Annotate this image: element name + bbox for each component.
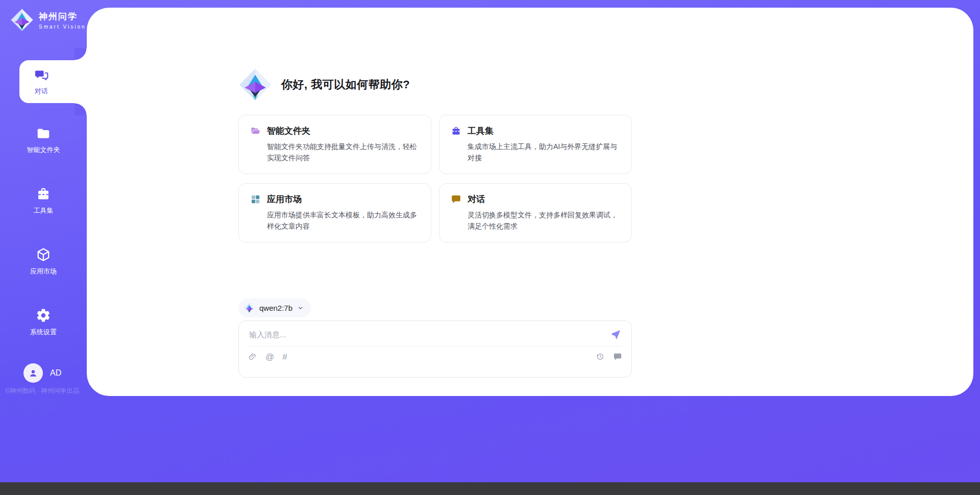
brand-text: 神州问学 Smart Vision	[39, 11, 86, 30]
message-input[interactable]	[249, 330, 610, 339]
tab-curve-top	[75, 48, 87, 60]
toolbox-icon	[36, 186, 51, 202]
composer-toolbar: @ #	[239, 346, 631, 367]
card-toolset[interactable]: 工具集 集成市场上主流工具，助力AI与外界无缝扩展与对接	[439, 115, 632, 174]
chat-bubbles-icon	[34, 68, 49, 83]
main-panel: 你好, 我可以如何帮助你? 智能文件夹 智能文件夹功能支持批量文件上传与清洗，轻…	[87, 8, 973, 396]
feature-cards: 智能文件夹 智能文件夹功能支持批量文件上传与清洗，轻松实现文件问答 工具集 集成…	[238, 115, 632, 242]
history-icon[interactable]	[596, 352, 605, 361]
brand-gem-icon	[10, 8, 34, 32]
card-smart-folder[interactable]: 智能文件夹 智能文件夹功能支持批量文件上传与清洗，轻松实现文件问答	[238, 115, 431, 174]
sidebar-item-label: 工具集	[34, 206, 54, 215]
sidebar-item-toolset[interactable]: 工具集	[0, 186, 87, 215]
open-folder-icon	[250, 126, 261, 136]
send-icon[interactable]	[610, 329, 621, 340]
greeting-gem-icon	[238, 68, 272, 102]
card-title: 工具集	[468, 125, 494, 137]
grid-icon	[250, 194, 261, 205]
sidebar-item-label: 系统设置	[30, 328, 57, 337]
sidebar-item-label: 智能文件夹	[27, 145, 60, 155]
sidebar-item-label: 对话	[35, 87, 48, 96]
brand-name: 神州问学	[39, 11, 86, 22]
sidebar-item-chat[interactable]: 对话	[19, 60, 87, 103]
card-description: 集成市场上主流工具，助力AI与外界无缝扩展与对接	[468, 141, 620, 164]
brand-subtitle: Smart Vision	[39, 24, 86, 30]
chat-bubble-icon[interactable]	[613, 352, 622, 361]
chat-icon	[451, 194, 461, 205]
window-bottom-bar	[0, 482, 980, 495]
attachment-icon[interactable]	[248, 352, 257, 361]
card-description: 应用市场提供丰富长文本模板，助力高效生成多样化文章内容	[267, 209, 420, 232]
mention-icon[interactable]: @	[265, 353, 274, 361]
composer-toolbar-right	[596, 352, 622, 361]
card-description: 灵活切换多模型文件，支持多样回复效果调试，满足个性化需求	[468, 209, 620, 232]
gear-icon	[36, 308, 51, 323]
cube-icon	[36, 247, 51, 262]
sidebar: 神州问学 Smart Vision 对话 智能文件夹 工具集 应用市场 系统设置	[0, 0, 87, 482]
user-name: AD	[50, 368, 61, 378]
sidebar-item-label: 应用市场	[30, 267, 57, 276]
message-composer: @ #	[238, 320, 632, 378]
model-name: qwen2:7b	[259, 304, 292, 312]
folder-icon	[36, 126, 51, 141]
card-header: 应用市场	[250, 193, 420, 205]
person-icon	[28, 367, 39, 379]
card-app-market[interactable]: 应用市场 应用市场提供丰富长文本模板，助力高效生成多样化文章内容	[238, 183, 431, 242]
card-title: 智能文件夹	[267, 125, 310, 137]
model-gem-icon	[244, 303, 255, 313]
sidebar-item-settings[interactable]: 系统设置	[0, 308, 87, 337]
toolbox-icon	[451, 126, 461, 136]
card-chat[interactable]: 对话 灵活切换多模型文件，支持多样回复效果调试，满足个性化需求	[439, 183, 632, 242]
model-selector[interactable]: qwen2:7b	[238, 299, 311, 317]
brand-logo: 神州问学 Smart Vision	[10, 8, 86, 32]
app: 神州问学 Smart Vision 对话 智能文件夹 工具集 应用市场 系统设置	[0, 0, 980, 495]
tab-curve-bottom	[75, 103, 87, 115]
hashtag-icon[interactable]: #	[282, 353, 287, 361]
composer-input-row	[239, 321, 631, 344]
chevron-down-icon	[297, 305, 304, 311]
card-title: 应用市场	[267, 193, 302, 205]
card-description: 智能文件夹功能支持批量文件上传与清洗，轻松实现文件问答	[267, 141, 420, 164]
user-profile[interactable]: AD	[23, 363, 61, 383]
card-title: 对话	[468, 193, 485, 205]
card-header: 对话	[451, 193, 620, 205]
greeting-row: 你好, 我可以如何帮助你?	[238, 68, 410, 102]
greeting-text: 你好, 我可以如何帮助你?	[281, 77, 410, 92]
copyright: ©神州数码 · 神州问学出品	[5, 387, 79, 395]
card-header: 工具集	[451, 125, 620, 137]
card-header: 智能文件夹	[250, 125, 420, 137]
avatar	[23, 363, 43, 383]
sidebar-item-app-market[interactable]: 应用市场	[0, 247, 87, 276]
sidebar-item-smart-folder[interactable]: 智能文件夹	[0, 126, 87, 155]
